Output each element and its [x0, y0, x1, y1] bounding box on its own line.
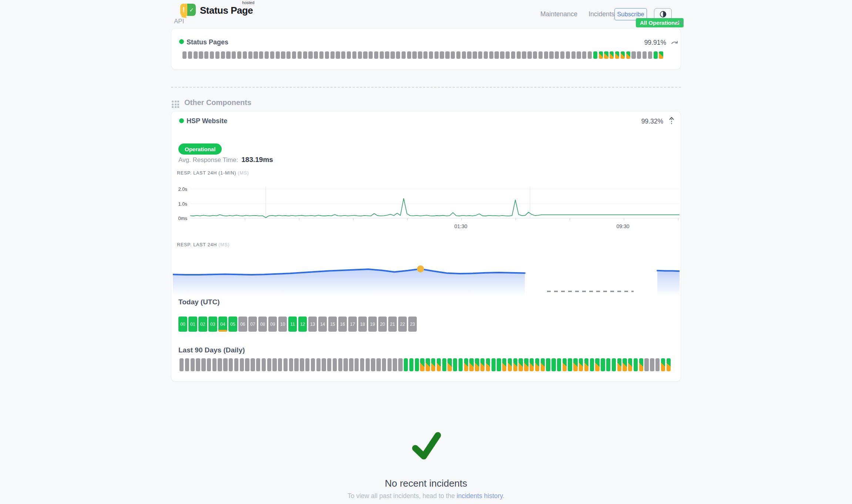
nav-item-maintenance[interactable]: Maintenance — [540, 10, 577, 18]
uptime-block[interactable] — [319, 51, 323, 59]
uptime-block[interactable] — [303, 51, 307, 59]
uptime-block[interactable] — [544, 51, 548, 59]
uptime-block[interactable] — [546, 358, 550, 371]
uptime-block[interactable] — [396, 51, 400, 59]
uptime-block[interactable] — [566, 51, 570, 59]
uptime-block[interactable] — [267, 358, 271, 371]
hour-block-12[interactable]: 12 — [298, 317, 307, 332]
uptime-block[interactable] — [661, 358, 665, 371]
hour-block-08[interactable]: 08 — [258, 317, 267, 332]
uptime-block[interactable] — [568, 358, 572, 371]
uptime-block[interactable] — [347, 51, 351, 59]
uptime-block[interactable] — [180, 358, 184, 371]
hour-block-07[interactable]: 07 — [248, 317, 257, 332]
uptime-block[interactable] — [584, 358, 588, 371]
uptime-block[interactable] — [390, 51, 395, 59]
hour-block-02[interactable]: 02 — [198, 317, 207, 332]
uptime-block[interactable] — [535, 358, 539, 371]
response-chart-24h-1min[interactable] — [190, 184, 680, 229]
uptime-block[interactable] — [519, 358, 523, 371]
uptime-block[interactable] — [358, 51, 362, 59]
uptime-block[interactable] — [551, 358, 556, 371]
uptime-block[interactable] — [423, 51, 427, 59]
uptime-block[interactable] — [494, 51, 499, 59]
uptime-block[interactable] — [631, 51, 635, 59]
uptime-block[interactable] — [281, 51, 285, 59]
uptime-block[interactable] — [212, 358, 217, 371]
uptime-block[interactable] — [484, 51, 488, 59]
uptime-block[interactable] — [409, 358, 413, 371]
uptime-block[interactable] — [276, 51, 280, 59]
uptime-block[interactable] — [440, 51, 444, 59]
hour-block-17[interactable]: 17 — [348, 317, 357, 332]
brand-logo[interactable]: ! ✓ Status Page hosted — [180, 4, 253, 17]
uptime-block[interactable] — [467, 51, 471, 59]
uptime-block[interactable] — [343, 358, 348, 371]
uptime-block[interactable] — [456, 51, 460, 59]
hour-block-03[interactable]: 03 — [208, 317, 217, 332]
uptime-block[interactable] — [429, 51, 433, 59]
uptime-block[interactable] — [292, 51, 296, 59]
uptime-block[interactable] — [305, 358, 309, 371]
uptime-block[interactable] — [539, 51, 543, 59]
uptime-block[interactable] — [245, 358, 249, 371]
uptime-block[interactable] — [407, 51, 411, 59]
uptime-block[interactable] — [524, 358, 528, 371]
hour-block-23[interactable]: 23 — [408, 317, 417, 332]
uptime-block[interactable] — [560, 51, 564, 59]
uptime-block[interactable] — [451, 51, 455, 59]
uptime-block[interactable] — [667, 358, 671, 371]
hour-block-16[interactable]: 16 — [338, 317, 347, 332]
uptime-block[interactable] — [355, 358, 359, 371]
uptime-block[interactable] — [508, 358, 512, 371]
hour-block-04[interactable]: 04 — [218, 317, 227, 332]
uptime-block[interactable] — [398, 358, 402, 371]
uptime-block[interactable] — [489, 51, 493, 59]
uptime-block[interactable] — [278, 358, 282, 371]
uptime-block[interactable] — [634, 358, 638, 371]
uptime-block[interactable] — [643, 51, 647, 59]
uptime-block[interactable] — [204, 51, 208, 59]
refresh-icon[interactable] — [671, 39, 679, 48]
uptime-block[interactable] — [588, 51, 592, 59]
uptime-block[interactable] — [316, 358, 321, 371]
uptime-block[interactable] — [442, 358, 446, 371]
uptime-block[interactable] — [480, 358, 484, 371]
uptime-block[interactable] — [513, 358, 517, 371]
hour-block-06[interactable]: 06 — [238, 317, 247, 332]
uptime-block[interactable] — [557, 358, 561, 371]
uptime-block[interactable] — [639, 358, 643, 371]
uptime-block[interactable] — [327, 358, 331, 371]
uptime-block[interactable] — [352, 51, 356, 59]
uptime-block[interactable] — [453, 358, 457, 371]
uptime-block[interactable] — [314, 51, 318, 59]
uptime-block[interactable] — [226, 51, 230, 59]
hour-block-10[interactable]: 10 — [278, 317, 287, 332]
uptime-block[interactable] — [511, 51, 515, 59]
hour-block-14[interactable]: 14 — [318, 317, 327, 332]
uptime-block[interactable] — [615, 51, 619, 59]
uptime-block[interactable] — [256, 358, 260, 371]
uptime-block[interactable] — [196, 358, 200, 371]
hour-block-20[interactable]: 20 — [378, 317, 387, 332]
uptime-block[interactable] — [530, 358, 534, 371]
uptime-block[interactable] — [402, 51, 406, 59]
uptime-block[interactable] — [426, 358, 430, 371]
hour-block-01[interactable]: 01 — [188, 317, 197, 332]
uptime-block[interactable] — [349, 358, 353, 371]
uptime-block[interactable] — [533, 51, 537, 59]
hour-block-22[interactable]: 22 — [398, 317, 407, 332]
uptime-block[interactable] — [336, 51, 340, 59]
hour-block-21[interactable]: 21 — [388, 317, 397, 332]
uptime-block[interactable] — [621, 51, 625, 59]
uptime-block[interactable] — [360, 358, 364, 371]
uptime-block[interactable] — [610, 51, 614, 59]
hour-block-18[interactable]: 18 — [358, 317, 367, 332]
uptime-block[interactable] — [435, 51, 439, 59]
uptime-block[interactable] — [612, 358, 616, 371]
uptime-block[interactable] — [363, 51, 367, 59]
uptime-block[interactable] — [376, 358, 380, 371]
collapse-up-arrow-icon[interactable] — [669, 116, 674, 127]
uptime-block[interactable] — [595, 358, 599, 371]
uptime-block[interactable] — [221, 51, 225, 59]
